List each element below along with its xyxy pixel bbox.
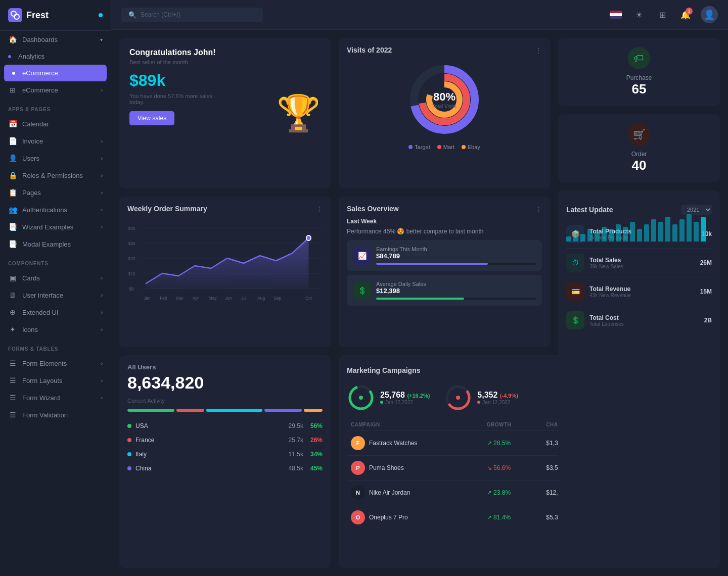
visits-menu-icon[interactable]: ⋮ bbox=[535, 46, 542, 54]
sidebar-item-pages[interactable]: 📋 Pages › bbox=[0, 184, 111, 201]
update-item-sales: ⏱ Total Sales 39k New Sales 26M bbox=[566, 249, 712, 277]
svg-text:$30: $30 bbox=[128, 241, 135, 246]
money-icon: 💲 bbox=[571, 316, 580, 324]
sidebar-label-pages: Pages bbox=[22, 189, 41, 197]
flag-button[interactable] bbox=[608, 7, 624, 23]
sales-sub: 39k New Sales bbox=[589, 264, 695, 269]
mstat-2: 5,352 (-4.9%) Jan 12,2022 bbox=[444, 383, 518, 412]
legend-label-target: Target bbox=[415, 144, 430, 150]
legend-dot-mart bbox=[437, 145, 441, 149]
sidebar-item-formwizard[interactable]: ☰ Form Wizard › bbox=[0, 389, 111, 406]
svg-text:May: May bbox=[209, 296, 217, 301]
dot-active-icon bbox=[12, 72, 15, 75]
sidebar-item-ecommerce[interactable]: eCommerce bbox=[4, 65, 107, 81]
revenue-bar-14 bbox=[665, 217, 670, 242]
theme-toggle-button[interactable]: ☀ bbox=[631, 7, 647, 23]
update-item-revenue: 💳 Total Revenue 43k New Revenue 15M bbox=[566, 277, 712, 306]
chevron-right-icon: › bbox=[101, 87, 103, 93]
chevron-right-icon: › bbox=[101, 361, 103, 366]
cost-sub: Total Expenses bbox=[589, 321, 699, 327]
avg-progress-fill bbox=[376, 298, 464, 300]
mstat-2-info: 5,352 (-4.9%) Jan 12,2022 bbox=[477, 391, 518, 405]
grid-icon: ⊞ bbox=[659, 10, 666, 20]
chevron-right-icon: › bbox=[101, 293, 103, 298]
welcome-desc: You have done 57.6% more sales today. bbox=[129, 93, 220, 105]
logo-icon bbox=[8, 8, 22, 22]
flag-icon bbox=[610, 11, 622, 19]
purchase-label: Purchase bbox=[567, 74, 711, 81]
grid-view-button[interactable]: ⊞ bbox=[654, 7, 670, 23]
welcome-card: Congratulations John! Best seller of the… bbox=[119, 38, 331, 188]
sidebar-label-formelements: Form Elements bbox=[22, 360, 67, 367]
visits-card: Visits of 2022 ⋮ 80% Total Visits bbox=[339, 38, 550, 188]
sidebar-label-layouts: eCommerce bbox=[22, 86, 58, 94]
line-chart-svg: $40 $30 $20 $10 $0 Jan Feb Mar Apr bbox=[127, 218, 323, 309]
avatar[interactable]: 👤 bbox=[701, 6, 718, 23]
chevron-right-icon: › bbox=[101, 327, 103, 332]
chevron-down-icon: ▾ bbox=[100, 37, 103, 42]
revenue-bar-2 bbox=[580, 234, 585, 242]
sidebar-item-formlayouts[interactable]: ☰ Form Layouts › bbox=[0, 372, 111, 389]
sales-week-label: Last Week bbox=[347, 218, 542, 225]
latest-update-header: Latest Update 2021 2022 bbox=[566, 205, 712, 215]
sidebar-item-formvalidation[interactable]: ☰ Form Validation bbox=[0, 406, 111, 423]
chevron-right-icon: › bbox=[101, 275, 103, 281]
modal-icon: 📑 bbox=[8, 240, 17, 248]
activity-bar-usa bbox=[127, 409, 174, 412]
sales-menu-icon[interactable]: ⋮ bbox=[535, 205, 542, 213]
sidebar-item-icons[interactable]: ✦ Icons › bbox=[0, 321, 111, 338]
form-elements-icon: ☰ bbox=[8, 359, 17, 367]
svg-text:Jan: Jan bbox=[144, 296, 151, 301]
weekly-menu-icon[interactable]: ⋮ bbox=[316, 205, 323, 213]
sidebar-item-layouts[interactable]: ⊞ eCommerce › bbox=[0, 81, 111, 99]
sidebar-item-wizard[interactable]: 📑 Wizard Examples › bbox=[0, 218, 111, 235]
sidebar-item-modal[interactable]: 📑 Modal Examples bbox=[0, 235, 111, 253]
svg-point-0 bbox=[11, 11, 16, 16]
revenue-sub: 43k New Revenue bbox=[589, 293, 695, 298]
avg-sales-icon: 💲 bbox=[353, 281, 371, 300]
sidebar-item-invoice[interactable]: 📄 Invoice › bbox=[0, 132, 111, 150]
extui-icon: ⊕ bbox=[8, 308, 17, 316]
sidebar-item-analytics[interactable]: Analytics bbox=[0, 48, 111, 65]
activity-bar-italy bbox=[206, 409, 262, 412]
form-layouts-icon: ☰ bbox=[8, 376, 17, 385]
legend-target: Target bbox=[408, 144, 430, 150]
legend-label-ebay: Ebay bbox=[468, 144, 480, 150]
sidebar-label-roles: Roles & Permissions bbox=[22, 172, 83, 179]
users-total: 8,634,820 bbox=[127, 373, 323, 393]
revenue-info: Total Revenue 43k New Revenue bbox=[589, 285, 695, 298]
sidebar-item-extui[interactable]: ⊕ Extended UI › bbox=[0, 304, 111, 321]
count-china: 48.5k bbox=[289, 465, 303, 472]
header-actions: ☀ ⊞ 🔔 3 👤 bbox=[608, 6, 718, 23]
svg-text:Jun: Jun bbox=[225, 296, 232, 301]
welcome-subtitle: Best seller of the month bbox=[129, 59, 321, 65]
sales-info: Total Sales 39k New Sales bbox=[589, 257, 695, 269]
svg-text:Jul: Jul bbox=[241, 296, 247, 301]
sales-title: Sales Overview bbox=[347, 205, 399, 213]
search-placeholder: Search (Ctrl+/) bbox=[141, 11, 180, 18]
sidebar-label-formlayouts: Form Layouts bbox=[22, 377, 62, 385]
user-row-china: China 48.5k 45% bbox=[127, 461, 323, 475]
chevron-right-icon: › bbox=[101, 190, 103, 196]
view-sales-button[interactable]: View sales bbox=[129, 111, 174, 125]
sidebar-item-dashboards[interactable]: 🏠 Dashboards ▾ bbox=[0, 31, 111, 48]
sidebar-item-formelements[interactable]: ☰ Form Elements › bbox=[0, 355, 111, 372]
notifications-button[interactable]: 🔔 3 bbox=[677, 7, 694, 23]
sidebar-item-calendar[interactable]: 📅 Calendar bbox=[0, 115, 111, 132]
revenue-bar-5 bbox=[602, 227, 607, 242]
ui-icon: 🖥 bbox=[8, 291, 17, 299]
sidebar-item-roles[interactable]: 🔒 Roles & Permissions › bbox=[0, 167, 111, 184]
sidebar-label-ui: User interface bbox=[22, 292, 63, 299]
sidebar-label-analytics: Analytics bbox=[18, 53, 44, 60]
sidebar-item-cards[interactable]: ▣ Cards › bbox=[0, 269, 111, 286]
flag-france bbox=[127, 438, 131, 442]
svg-text:$10: $10 bbox=[128, 271, 135, 276]
year-select[interactable]: 2021 2022 bbox=[681, 205, 712, 215]
activity-bar-china bbox=[264, 409, 302, 412]
sidebar-item-users[interactable]: 👤 Users › bbox=[0, 150, 111, 167]
flag-china bbox=[127, 466, 131, 470]
sidebar-item-auth[interactable]: 👥 Authentications › bbox=[0, 201, 111, 218]
search-box[interactable]: 🔍 Search (Ctrl+/) bbox=[121, 8, 263, 22]
sidebar-item-ui[interactable]: 🖥 User interface › bbox=[0, 286, 111, 304]
sidebar: Frest 🏠 Dashboards ▾ Analytics eCommerce… bbox=[0, 0, 111, 576]
